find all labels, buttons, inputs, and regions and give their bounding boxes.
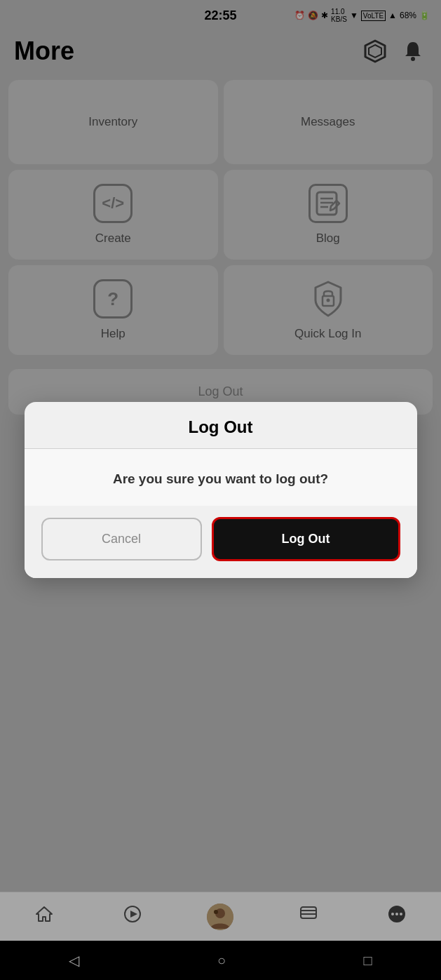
- cancel-button[interactable]: Cancel: [41, 518, 202, 561]
- modal-overlay: Log Out Are you sure you want to log out…: [0, 0, 441, 980]
- logout-modal: Log Out Are you sure you want to log out…: [25, 402, 417, 578]
- logout-confirm-button[interactable]: Log Out: [212, 517, 400, 561]
- modal-header: Log Out: [25, 402, 417, 449]
- modal-body: Are you sure you want to log out?: [25, 449, 417, 506]
- modal-title: Log Out: [189, 417, 253, 436]
- modal-message: Are you sure you want to log out?: [113, 471, 328, 486]
- modal-footer: Cancel Log Out: [25, 506, 417, 578]
